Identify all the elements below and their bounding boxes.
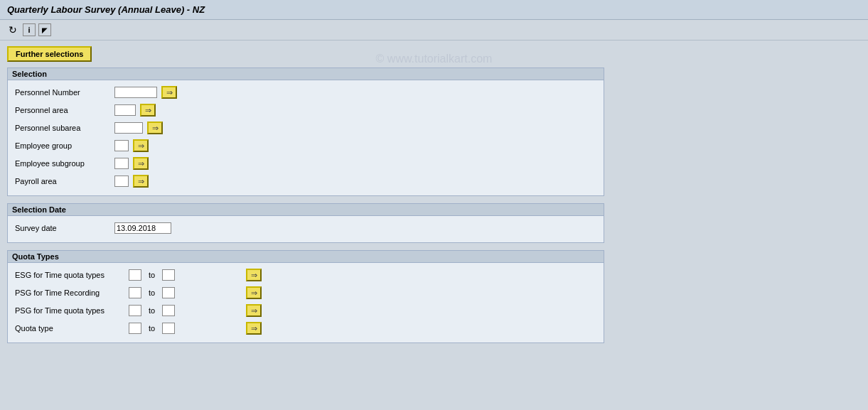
quota-type-to-input[interactable]: [162, 323, 175, 334]
esg-quota-to-text: to: [149, 271, 155, 279]
psg-recording-from-input[interactable]: [129, 287, 141, 298]
personnel-number-input[interactable]: [114, 87, 157, 98]
survey-date-label: Survey date: [15, 224, 114, 232]
psg-quota-to-input[interactable]: [162, 305, 175, 316]
quota-type-row: Quota type to: [15, 320, 596, 336]
personnel-area-row: Personnel area: [15, 102, 596, 118]
quota-types-header: Quota Types: [8, 251, 604, 263]
payroll-area-row: Payroll area: [15, 173, 596, 189]
survey-date-input[interactable]: [114, 222, 171, 234]
personnel-subarea-arrow-btn[interactable]: [147, 122, 163, 134]
quota-type-arrow-btn[interactable]: [246, 322, 262, 335]
personnel-area-arrow-btn[interactable]: [140, 104, 156, 117]
employee-group-row: Employee group: [15, 138, 596, 153]
back-icon[interactable]: ↻: [6, 23, 20, 37]
selection-header: Selection: [8, 68, 604, 80]
psg-recording-label: PSG for Time Recording: [15, 288, 129, 297]
psg-recording-to-text: to: [149, 288, 155, 297]
quota-type-from-input[interactable]: [129, 323, 141, 334]
employee-group-arrow-btn[interactable]: [133, 139, 149, 152]
personnel-number-row: Personnel Number: [15, 85, 596, 100]
psg-quota-from-input[interactable]: [129, 305, 141, 316]
employee-group-input[interactable]: [114, 140, 129, 151]
personnel-subarea-label: Personnel subarea: [15, 124, 114, 132]
personnel-number-arrow-btn[interactable]: [161, 86, 177, 99]
esg-quota-from-input[interactable]: [129, 269, 141, 281]
quota-types-section: Quota Types ESG for Time quota types to …: [7, 250, 604, 343]
personnel-number-label: Personnel Number: [15, 88, 114, 97]
psg-quota-to-text: to: [149, 306, 155, 315]
personnel-area-label: Personnel area: [15, 106, 114, 114]
psg-quota-label: PSG for Time quota types: [15, 306, 129, 315]
employee-subgroup-input[interactable]: [114, 158, 129, 169]
employee-subgroup-label: Employee subgroup: [15, 159, 114, 168]
payroll-area-label: Payroll area: [15, 177, 114, 185]
quota-type-to-text: to: [149, 324, 155, 333]
employee-subgroup-row: Employee subgroup: [15, 156, 596, 171]
toolbar: ↻ i ◤ © www.tutorialkart.com: [0, 20, 868, 41]
psg-quota-row: PSG for Time quota types to: [15, 303, 596, 318]
payroll-area-input[interactable]: [114, 176, 129, 187]
payroll-area-arrow-btn[interactable]: [133, 175, 149, 188]
title-bar: Quarterly Labour Survey (Annual Leave) -…: [0, 0, 868, 20]
esg-quota-label: ESG for Time quota types: [15, 271, 129, 279]
employee-group-label: Employee group: [15, 141, 114, 150]
psg-recording-arrow-btn[interactable]: [246, 286, 262, 299]
further-selections-button[interactable]: Further selections: [7, 46, 92, 62]
psg-recording-row: PSG for Time Recording to: [15, 285, 596, 301]
page-title: Quarterly Labour Survey (Annual Leave) -…: [7, 4, 205, 15]
esg-quota-arrow-btn[interactable]: [246, 269, 262, 281]
layout-icon[interactable]: ◤: [38, 23, 51, 36]
esg-quota-to-input[interactable]: [162, 269, 175, 281]
personnel-area-input[interactable]: [114, 104, 136, 116]
personnel-subarea-row: Personnel subarea: [15, 120, 596, 136]
employee-subgroup-arrow-btn[interactable]: [133, 157, 149, 170]
quota-type-label: Quota type: [15, 324, 129, 333]
esg-quota-row: ESG for Time quota types to: [15, 267, 596, 283]
psg-quota-arrow-btn[interactable]: [246, 304, 262, 317]
selection-section: Selection Personnel Number Personnel are…: [7, 68, 604, 196]
survey-date-row: Survey date: [15, 220, 596, 236]
info-icon[interactable]: i: [23, 23, 36, 36]
personnel-subarea-input[interactable]: [114, 122, 143, 134]
selection-date-header: Selection Date: [8, 204, 604, 216]
selection-date-section: Selection Date Survey date: [7, 203, 604, 243]
psg-recording-to-input[interactable]: [162, 287, 175, 298]
